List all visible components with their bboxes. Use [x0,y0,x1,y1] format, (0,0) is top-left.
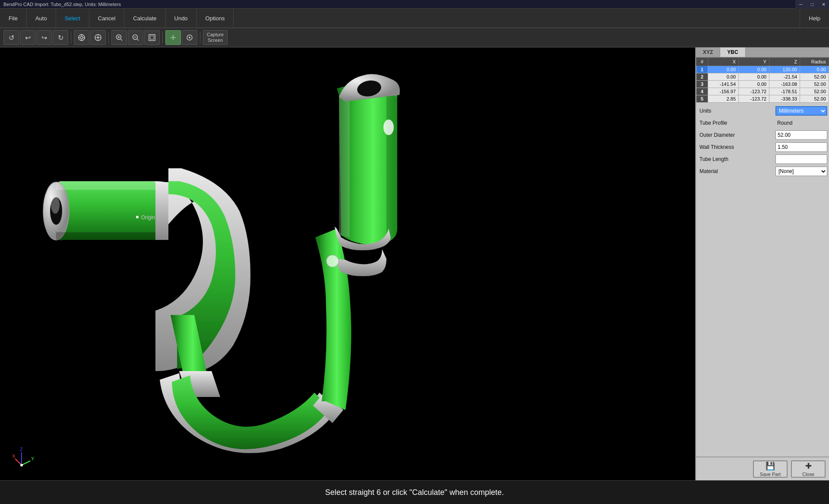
tube-length-input[interactable] [775,154,827,164]
cell-x: -141.54 [708,81,739,88]
cell-z: -178.51 [769,88,800,95]
cell-z: 120.00 [769,66,800,73]
cell-x: 0.00 [708,66,739,73]
add-point-button[interactable] [165,30,181,45]
table-body: 1 0.00 0.00 120.00 0.00 2 0.00 0.00 -21.… [696,66,829,103]
status-message: Select straight 6 or click "Calculate" w… [325,488,504,497]
menu-calculate[interactable]: Calculate [124,9,165,28]
cell-radius: 52.00 [800,81,829,88]
svg-line-36 [15,459,22,465]
menu-auto[interactable]: Auto [27,9,56,28]
cell-y: 0.00 [739,66,769,73]
svg-point-32 [383,120,394,135]
zoom-out-button[interactable] [128,30,143,45]
coord-table-area: # X Y Z Radius 1 0.00 0.00 120.00 0.00 2… [696,57,829,103]
units-label: Units [698,108,775,114]
outer-diameter-input[interactable] [775,130,827,140]
cell-id: 1 [696,66,708,73]
menu-bar: File Auto Select Cancel Calculate Undo O… [0,9,829,28]
save-part-label: Save Part [760,472,781,477]
outer-diameter-label: Outer Diameter [698,132,775,138]
menu-undo[interactable]: Undo [166,9,197,28]
menu-cancel[interactable]: Cancel [89,9,124,28]
units-value: Millimeters [775,106,827,116]
tube-3d-view: Origin [0,47,695,480]
svg-text:X: X [12,454,16,459]
units-row: Units Millimeters [698,106,827,116]
svg-rect-18 [150,36,154,39]
svg-line-38 [22,461,30,465]
cell-y: -123.72 [739,88,769,95]
col-header-z: Z [769,58,800,66]
menu-options[interactable]: Options [197,9,234,28]
zoom-in-button[interactable] [111,30,127,45]
cell-y: 0.00 [739,73,769,81]
table-row[interactable]: 1 0.00 0.00 120.00 0.00 [696,66,829,73]
svg-point-30 [51,196,60,214]
save-part-button[interactable]: 💾 Save Part [753,460,788,478]
close-window-button[interactable]: ✕ [818,0,829,9]
axis-indicator: X Y Z [9,446,35,472]
svg-text:Origin: Origin [141,214,155,220]
cell-id: 2 [696,73,708,81]
toolbar-separator-2 [108,32,109,44]
table-row[interactable]: 2 0.00 0.00 -21.54 52.00 [696,73,829,81]
close-icon: ✚ [805,461,812,471]
wall-thickness-input[interactable] [775,142,827,152]
tab-ybc[interactable]: YBC [720,47,745,57]
tube-profile-value: Round [775,120,827,126]
svg-line-15 [137,39,139,41]
rotate-button[interactable] [182,30,197,45]
reset-view-button[interactable]: ↺ [3,30,19,45]
col-header-id: # [696,58,708,66]
col-header-y: Y [739,58,769,66]
outer-diameter-row: Outer Diameter [698,130,827,140]
tube-length-value [775,154,827,164]
material-label: Material [698,168,775,174]
viewport[interactable]: Origin X Y Z [0,47,695,480]
menu-help[interactable]: Help [800,9,829,28]
outer-diameter-value [775,130,827,140]
cell-id: 5 [696,95,708,103]
cell-radius: 52.00 [800,95,829,103]
cell-id: 3 [696,81,708,88]
capture-screen-button[interactable]: Capture Screen [203,30,228,45]
menu-file[interactable]: File [0,9,27,28]
svg-text:Y: Y [31,456,35,461]
redo-toolbar-button[interactable]: ↪ [36,30,52,45]
home-button[interactable] [90,30,106,45]
tube-profile-row: Tube Profile Round [698,118,827,128]
target-button[interactable] [74,30,89,45]
cell-z: -338.33 [769,95,800,103]
material-value: [None] [775,167,827,176]
coordinate-table: # X Y Z Radius 1 0.00 0.00 120.00 0.00 2… [696,57,829,103]
tab-bar: XYZ YBC [696,47,829,57]
table-row[interactable]: 4 -156.97 -123.72 -178.51 52.00 [696,88,829,95]
material-select[interactable]: [None] [775,167,827,176]
tab-xyz[interactable]: XYZ [696,47,720,57]
restore-button[interactable]: □ [807,0,818,9]
tube-length-row: Tube Length [698,154,827,164]
cell-z: -163.08 [769,81,800,88]
cell-y: -123.72 [739,95,769,103]
svg-point-35 [136,216,139,218]
toolbar-separator-4 [200,32,200,44]
close-label: Close [802,472,814,477]
undo-toolbar-button[interactable]: ↩ [20,30,35,45]
table-row[interactable]: 5 2.85 -123.72 -338.33 52.00 [696,95,829,103]
refresh-button[interactable]: ↻ [53,30,68,45]
cell-y: 0.00 [739,81,769,88]
title-controls: ─ □ ✕ [795,0,829,9]
wall-thickness-label: Wall Thickness [698,144,775,150]
right-panel: XYZ YBC # X Y Z Radius 1 0.00 0.00 120.0… [695,47,829,480]
menu-select[interactable]: Select [56,9,89,28]
zoom-fit-button[interactable] [144,30,160,45]
table-row[interactable]: 3 -141.54 0.00 -163.08 52.00 [696,81,829,88]
col-header-x: X [708,58,739,66]
minimize-button[interactable]: ─ [795,0,807,9]
col-header-radius: Radius [800,58,829,66]
toolbar-separator-1 [71,32,71,44]
app-title: BendPro CAD Import: Tubo_d52.step, Units… [3,2,121,7]
units-select[interactable]: Millimeters [775,106,827,116]
close-button[interactable]: ✚ Close [791,460,826,478]
